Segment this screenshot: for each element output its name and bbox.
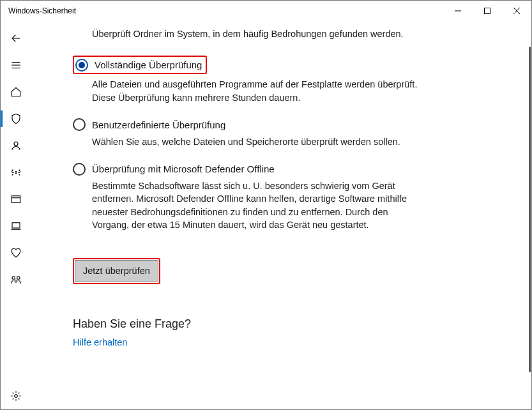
sidebar — [1, 21, 31, 409]
window-body: Überprüft Ordner im System, in dem häufi… — [1, 21, 531, 409]
desc-full-scan: Alle Dateien und ausgeführten Programme … — [73, 78, 418, 104]
menu-button[interactable] — [1, 52, 31, 79]
radio-full-scan[interactable] — [75, 59, 88, 72]
family-icon[interactable] — [1, 266, 31, 293]
scan-now-button[interactable]: Jetzt überprüfen — [75, 260, 158, 282]
radio-custom-scan[interactable] — [73, 118, 86, 131]
shield-icon[interactable] — [1, 105, 31, 132]
account-icon[interactable] — [1, 132, 31, 159]
option-offline-scan: Überprüfung mit Microsoft Defender Offli… — [73, 162, 430, 231]
svg-rect-1 — [485, 8, 490, 14]
help-link[interactable]: Hilfe erhalten — [73, 336, 506, 349]
minimize-button[interactable] — [443, 1, 473, 21]
window-title: Windows-Sicherheit — [1, 6, 443, 15]
question-heading: Haben Sie eine Frage? — [73, 316, 506, 332]
option-custom-scan: Benutzerdefinierte Überprüfung Wählen Si… — [73, 118, 430, 148]
settings-icon[interactable] — [1, 383, 31, 409]
window: Windows-Sicherheit — [0, 0, 532, 410]
intro-description: Überprüft Ordner im System, in dem häufi… — [73, 27, 418, 40]
app-browser-icon[interactable] — [1, 186, 31, 213]
svg-point-16 — [15, 280, 17, 282]
device-icon[interactable] — [1, 213, 31, 239]
close-button[interactable] — [502, 1, 531, 21]
label-full-scan: Vollständige Überprüfung — [95, 58, 202, 72]
svg-point-14 — [12, 277, 15, 280]
label-offline-scan: Überprüfung mit Microsoft Defender Offli… — [92, 162, 275, 176]
label-custom-scan: Benutzerdefinierte Überprüfung — [92, 118, 225, 132]
titlebar: Windows-Sicherheit — [1, 1, 531, 21]
highlight-full-scan: Vollständige Überprüfung — [73, 56, 207, 74]
maximize-button[interactable] — [473, 1, 502, 21]
health-icon[interactable] — [1, 239, 31, 266]
svg-rect-10 — [11, 196, 20, 203]
svg-point-8 — [14, 142, 18, 146]
svg-point-17 — [15, 395, 18, 398]
svg-point-9 — [15, 172, 17, 174]
content-area: Überprüft Ordner im System, in dem häufi… — [31, 21, 531, 409]
option-full-scan: Vollständige Überprüfung Alle Dateien un… — [73, 56, 430, 104]
home-icon[interactable] — [1, 79, 31, 105]
highlight-scan-button: Jetzt überprüfen — [73, 258, 160, 284]
desc-offline-scan: Bestimmte Schadsoftware lässt sich u. U.… — [73, 179, 418, 231]
back-button[interactable] — [1, 25, 31, 52]
desc-custom-scan: Wählen Sie aus, welche Dateien und Speic… — [73, 135, 418, 148]
svg-point-15 — [17, 277, 20, 280]
firewall-icon[interactable] — [1, 159, 31, 186]
radio-offline-scan[interactable] — [73, 163, 86, 176]
scrollbar[interactable] — [529, 47, 531, 372]
svg-rect-12 — [12, 223, 20, 228]
